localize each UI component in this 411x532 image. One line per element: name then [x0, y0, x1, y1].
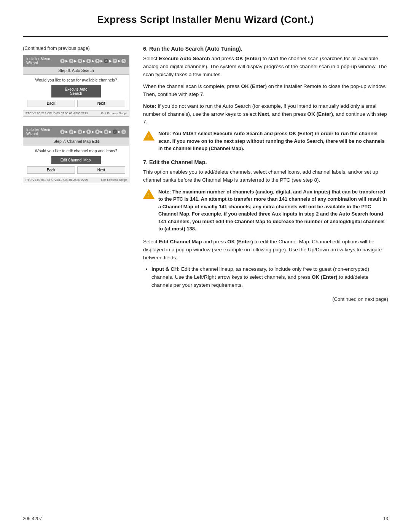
bold-ok-enter-1: OK (Enter) — [236, 56, 261, 61]
left-column: (Continued from previous page) Installer… — [23, 46, 129, 192]
wizard-top-bar-2: Installer Menu Wizard 1 ▶ 2 ▶ 3 ▶ 4 ▶ 5 … — [23, 126, 129, 137]
wizard-main-btn-row-2: Edit Channel Map. — [27, 156, 125, 164]
wizard-back-btn-1[interactable]: Back — [27, 100, 75, 107]
dot-3: 3 — [78, 59, 82, 63]
wizard-next-btn-2[interactable]: Next — [77, 166, 125, 174]
wizard-footer-1: PTC V1.00.213 CPU V03.07.00.01 ASIC 2279… — [23, 110, 129, 116]
bold-execute: Execute Auto Search — [159, 56, 210, 61]
warning-icon-2 — [143, 189, 155, 200]
section-6: 6. Run the Auto Search (Auto Tuning). Se… — [143, 46, 388, 152]
dot2-5: 5 — [95, 129, 100, 134]
page-title: Express Script Installer Menu Wizard (Co… — [23, 14, 388, 26]
warning-triangle-2 — [143, 189, 155, 199]
bold-ok-enter-5: OK (Enter) — [312, 274, 338, 280]
bold-edit-channel-map: Edit Channel Map — [159, 239, 202, 244]
wizard-dots-2: 1 ▶ 2 ▶ 3 ▶ 4 ▶ 5 ▶ 6 ▶ 7 ▶ 8 — [60, 129, 126, 134]
edit-channel-map-button[interactable]: Edit Channel Map. — [51, 156, 101, 164]
wizard-dots-1: 1 ▶ 2 ▶ 3 ▶ 4 ▶ 5 ▶ 6 ▶ 7 ▶ 8 — [60, 59, 126, 63]
warning-text-1: Note: You MUST select Execute Auto Searc… — [158, 130, 388, 152]
bullet-list: Input & CH: Edit the channel lineup, as … — [150, 265, 388, 289]
warning-triangle-1 — [143, 131, 155, 141]
header-rule — [23, 36, 388, 37]
dot-8: 8 — [121, 59, 126, 63]
wizard-body-1: Would you like to scan for available cha… — [23, 75, 129, 110]
dot-4: 4 — [86, 59, 91, 63]
bold-note-1: Note: — [143, 103, 156, 109]
section-6-para1: Select Execute Auto Search and press OK … — [143, 55, 388, 79]
page-footer: 206-4207 13 — [23, 516, 388, 521]
section-6-heading-text: 6. Run the Auto Search (Auto Tuning). — [143, 46, 242, 52]
section-6-heading: 6. Run the Auto Search (Auto Tuning). — [143, 46, 388, 52]
bold-ok-enter-4: OK (Enter) — [227, 239, 253, 244]
footer-page: 13 — [383, 516, 388, 521]
execute-auto-search-button[interactable]: Execute Auto Search — [51, 85, 101, 97]
wizard-next-btn-1[interactable]: Next — [77, 100, 125, 107]
warning-box-2: Note: The maximum number of channels (an… — [143, 188, 388, 233]
dot2-4: 4 — [86, 129, 91, 134]
dot-7: 7 — [113, 59, 117, 63]
bold-ok-enter-3: OK (Enter) — [307, 111, 333, 117]
warning-text-2: Note: The maximum number of channels (an… — [158, 188, 388, 233]
dot2-7-active: 7 — [113, 129, 117, 134]
continued-on-next: (Continued on next page) — [143, 296, 388, 302]
page-header: Express Script Installer Menu Wizard (Co… — [23, 0, 388, 29]
wizard-footer-left-1: PTC V1.00.213 CPU V03.07.00.01 ASIC 2279 — [25, 112, 88, 115]
bold-next: Next — [258, 111, 269, 117]
wizard-screen-1: Installer Menu Wizard 1 ▶ 2 ▶ 3 ▶ 4 ▶ 5 … — [23, 55, 129, 117]
bold-ok-enter-2: OK (Enter) — [241, 83, 267, 89]
wizard-nav-row-1: Back Next — [27, 100, 125, 107]
warning-box-1: Note: You MUST select Execute Auto Searc… — [143, 130, 388, 152]
right-column: 6. Run the Auto Search (Auto Tuning). Se… — [143, 46, 388, 313]
section-7-heading: 7. Edit the Channel Map. — [143, 159, 388, 165]
dot2-1: 1 — [60, 129, 65, 134]
bold-input-ch: Input & CH: — [151, 266, 180, 272]
wizard-main-btn-row-1: Execute Auto Search — [27, 85, 125, 97]
section-7-para2: Select Edit Channel Map and press OK (En… — [143, 238, 388, 262]
wizard-top-bar-1: Installer Menu Wizard 1 ▶ 2 ▶ 3 ▶ 4 ▶ 5 … — [23, 55, 129, 67]
wizard-footer-right-2: Exit Express Script — [101, 178, 127, 182]
dot2-3: 3 — [78, 129, 82, 134]
warning-icon-1 — [143, 131, 155, 142]
dot-6-active: 6 — [104, 59, 108, 63]
dot2-8: 8 — [121, 129, 126, 134]
wizard-step-label-1: Step 6. Auto Search — [23, 67, 129, 75]
dot-1: 1 — [60, 59, 65, 63]
page-container: Express Script Installer Menu Wizard (Co… — [0, 0, 411, 532]
continued-from-note: (Continued from previous page) — [23, 46, 129, 51]
dot2-2: 2 — [69, 129, 73, 134]
bullet-item-1: Input & CH: Edit the channel lineup, as … — [151, 265, 388, 289]
section-7-heading-text: 7. Edit the Channel Map. — [143, 159, 207, 165]
wizard-footer-2: PTC V1.00.013 CPU V03.07.00.01 ASIC 2279… — [23, 177, 129, 183]
wizard-nav-row-2: Back Next — [27, 166, 125, 174]
wizard-body-2: Would you like to edit channel map and i… — [23, 145, 129, 177]
wizard-screen-2: Installer Menu Wizard 1 ▶ 2 ▶ 3 ▶ 4 ▶ 5 … — [23, 126, 129, 183]
dot-5: 5 — [95, 59, 100, 63]
section-6-para2: When the channel scan is complete, press… — [143, 83, 388, 99]
wizard-question-1: Would you like to scan for available cha… — [27, 78, 125, 82]
wizard-question-2: Would you like to edit channel map and i… — [27, 149, 125, 153]
footer-doc-number: 206-4207 — [23, 516, 42, 521]
wizard-title-1: Installer Menu Wizard — [26, 57, 60, 65]
wizard-step-label-2: Step 7. Channel Map Edit — [23, 137, 129, 145]
wizard-back-btn-2[interactable]: Back — [27, 166, 75, 174]
section-7-para1: This option enables you to add/delete ch… — [143, 168, 388, 184]
wizard-footer-right-1: Exit Express Script — [101, 112, 127, 115]
dot-2: 2 — [69, 59, 73, 63]
main-content: (Continued from previous page) Installer… — [23, 46, 388, 313]
section-6-para3: Note: If you do not want to run the Auto… — [143, 102, 388, 126]
wizard-footer-left-2: PTC V1.00.013 CPU V03.07.00.01 ASIC 2279 — [25, 178, 88, 182]
wizard-title-2: Installer Menu Wizard — [26, 128, 60, 136]
dot2-6: 6 — [104, 129, 108, 134]
section-7: 7. Edit the Channel Map. This option ena… — [143, 159, 388, 302]
